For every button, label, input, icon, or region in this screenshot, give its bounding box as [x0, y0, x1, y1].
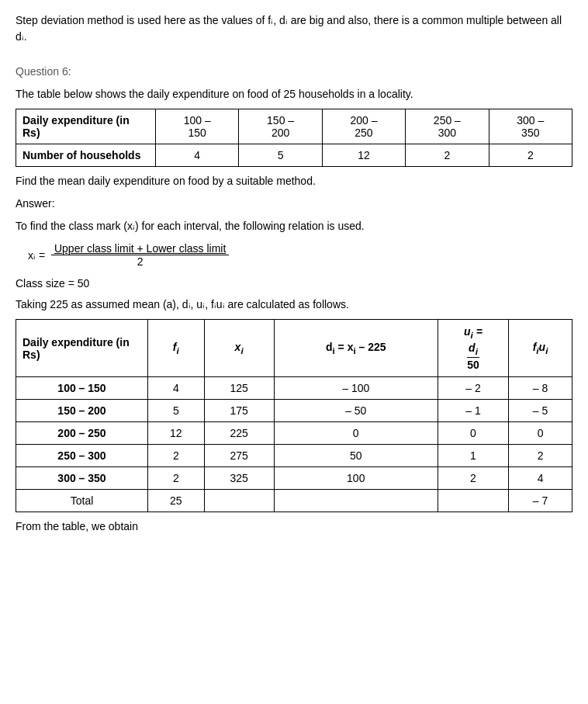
table2-cell-di: – 100	[274, 377, 438, 400]
table1-col-header-5: 300 –350	[489, 109, 572, 144]
table1-val-1: 5	[239, 144, 322, 167]
formula-fraction: Upper class limit + Lower class limit 2	[51, 242, 229, 268]
table2-cell-fi: 2	[148, 445, 205, 467]
table2-cell-fiui: – 8	[509, 377, 572, 400]
formula-numerator: Upper class limit + Lower class limit	[51, 242, 229, 255]
table2-row-2: 200 – 25012225000	[16, 422, 572, 445]
intro-paragraph: Step deviation method is used here as th…	[16, 12, 572, 45]
table1-col-header-2: 150 –200	[239, 109, 322, 144]
table2: Daily expenditure (in Rs) fi xi di = xi …	[16, 319, 572, 512]
table2-cell-ui	[438, 490, 508, 512]
class-size: Class size = 50	[16, 276, 572, 292]
table2-cell-range: Total	[16, 490, 148, 512]
table2-col-xi: xi	[204, 320, 274, 377]
class-mark-text: To find the class mark (xᵢ) for each int…	[16, 218, 572, 234]
table2-cell-di: 50	[274, 445, 438, 467]
taking-text: Taking 225 as assumed mean (a), dᵢ, uᵢ, …	[16, 297, 572, 313]
table2-row-5: Total25– 7	[16, 490, 572, 512]
table1-col-header-4: 250 –300	[406, 109, 489, 144]
table2-col-fi: fi	[148, 320, 205, 377]
table2-row-0: 100 – 1504125– 100– 2– 8	[16, 377, 572, 400]
table1-row-label: Number of households	[16, 144, 156, 167]
table2-cell-xi	[204, 490, 274, 512]
table2-cell-di: – 50	[274, 400, 438, 422]
table2-cell-fiui: – 5	[509, 400, 572, 422]
table1-data-row: Number of households 4 5 12 2 2	[16, 144, 572, 167]
table1-val-3: 2	[406, 144, 489, 167]
table1: Daily expenditure (inRs) 100 –150 150 –2…	[16, 109, 572, 167]
table2-cell-ui: 1	[438, 445, 508, 467]
table2-cell-fiui: 0	[509, 422, 572, 445]
table1-col-header-1: 100 –150	[156, 109, 239, 144]
table1-header-row: Daily expenditure (inRs) 100 –150 150 –2…	[16, 109, 572, 144]
table2-cell-range: 300 – 350	[16, 467, 148, 490]
table2-row-4: 300 – 350232510024	[16, 467, 572, 490]
table2-cell-fi: 2	[148, 467, 205, 490]
question-description: The table below shows the daily expendit…	[16, 86, 572, 102]
table1-val-2: 12	[322, 144, 405, 167]
table2-row-3: 250 – 30022755012	[16, 445, 572, 467]
table2-col-di: di = xi – 225	[274, 320, 438, 377]
table2-cell-fi: 5	[148, 400, 205, 422]
from-table-text: From the table, we obtain	[16, 518, 572, 535]
table2-cell-fiui: 4	[509, 467, 572, 490]
table1-col-header-3: 200 –250	[322, 109, 405, 144]
table2-cell-xi: 225	[204, 422, 274, 445]
table2-cell-fi: 4	[148, 377, 205, 400]
table2-cell-fi: 12	[148, 422, 205, 445]
table2-cell-fiui: 2	[509, 445, 572, 467]
answer-label: Answer:	[16, 196, 572, 212]
table2-cell-xi: 325	[204, 467, 274, 490]
formula-line: xᵢ = Upper class limit + Lower class lim…	[28, 242, 572, 268]
question-label: Question 6:	[16, 64, 572, 80]
table2-cell-range: 200 – 250	[16, 422, 148, 445]
table2-cell-di: 100	[274, 467, 438, 490]
table2-cell-range: 150 – 200	[16, 400, 148, 422]
table2-cell-range: 100 – 150	[16, 377, 148, 400]
formula-lhs: xᵢ =	[28, 249, 45, 262]
table2-col-ui: ui = di 50	[438, 320, 508, 377]
table2-header-row: Daily expenditure (in Rs) fi xi di = xi …	[16, 320, 572, 377]
table1-col-header-0: Daily expenditure (inRs)	[16, 109, 156, 144]
table2-cell-di	[274, 490, 438, 512]
find-text: Find the mean daily expenditure on food …	[16, 173, 572, 189]
table2-cell-xi: 125	[204, 377, 274, 400]
table2-cell-xi: 275	[204, 445, 274, 467]
table2-cell-ui: – 2	[438, 377, 508, 400]
table1-val-0: 4	[156, 144, 239, 167]
table2-col-daily-expenditure: Daily expenditure (in Rs)	[16, 320, 148, 377]
table2-cell-ui: 0	[438, 422, 508, 445]
table2-cell-ui: 2	[438, 467, 508, 490]
table2-cell-fi: 25	[148, 490, 205, 512]
table2-cell-fiui: – 7	[509, 490, 572, 512]
table2-cell-di: 0	[274, 422, 438, 445]
table2-cell-xi: 175	[204, 400, 274, 422]
table2-cell-range: 250 – 300	[16, 445, 148, 467]
formula-denominator: 2	[134, 255, 147, 268]
table1-val-4: 2	[489, 144, 572, 167]
table2-row-1: 150 – 2005175– 50– 1– 5	[16, 400, 572, 422]
table2-col-fiui: fiui	[509, 320, 572, 377]
table2-cell-ui: – 1	[438, 400, 508, 422]
